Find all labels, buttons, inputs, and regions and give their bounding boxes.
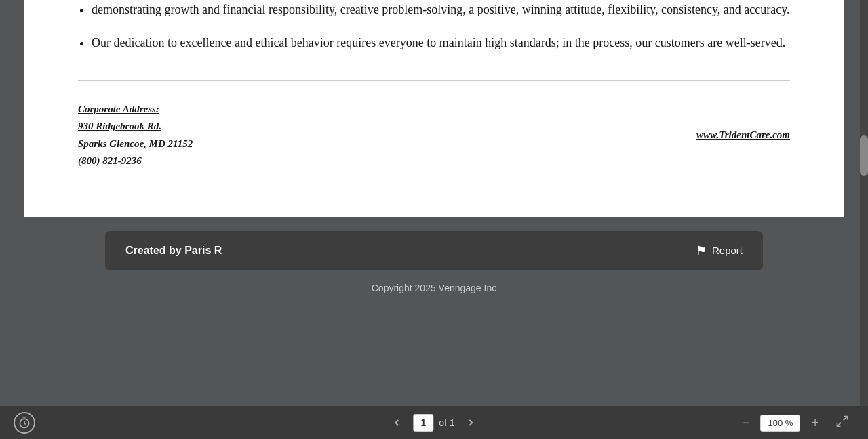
page-of-text: of 1 bbox=[439, 417, 454, 428]
address-label: Corporate Address: bbox=[78, 104, 159, 114]
fullscreen-button[interactable] bbox=[830, 413, 854, 433]
footer-section: Corporate Address: 930 Ridgebrook Rd. Sp… bbox=[78, 101, 790, 190]
toolbar-right: − 100 % + bbox=[736, 413, 854, 433]
svg-line-2 bbox=[844, 416, 848, 420]
bottom-toolbar: 1 of 1 − 100 % + bbox=[0, 406, 868, 439]
scrollbar-thumb[interactable] bbox=[860, 135, 868, 176]
section-divider bbox=[78, 80, 790, 81]
zoom-out-button[interactable]: − bbox=[736, 415, 755, 431]
scrollbar[interactable] bbox=[860, 0, 868, 406]
address-phone: (800) 821-9236 bbox=[78, 155, 142, 166]
bullet-item-2: Our dedication to excellence and ethical… bbox=[92, 33, 790, 53]
bullet-list: demonstrating growth and financial respo… bbox=[78, 0, 790, 53]
zoom-display: 100 % bbox=[760, 415, 800, 432]
bullet-item-1: demonstrating growth and financial respo… bbox=[92, 0, 790, 20]
timer-icon bbox=[14, 412, 35, 434]
prev-page-button[interactable] bbox=[386, 415, 408, 431]
page-number-box[interactable]: 1 bbox=[413, 414, 433, 432]
copyright-text: Copyright 2025 Venngage Inc bbox=[372, 283, 496, 293]
toolbar-left bbox=[14, 412, 35, 434]
website-link[interactable]: www.TridentCare.com bbox=[696, 129, 790, 141]
next-page-button[interactable] bbox=[460, 415, 482, 431]
svg-line-3 bbox=[837, 422, 842, 426]
page-content: demonstrating growth and financial respo… bbox=[24, 0, 844, 217]
attribution-bar: Created by Paris R ⚑ Report bbox=[105, 231, 763, 270]
zoom-in-button[interactable]: + bbox=[806, 415, 825, 431]
address-line1: 930 Ridgebrook Rd. bbox=[78, 121, 161, 131]
toolbar-center: 1 of 1 bbox=[386, 414, 481, 432]
report-label: Report bbox=[712, 245, 743, 256]
address-block: Corporate Address: 930 Ridgebrook Rd. Sp… bbox=[78, 101, 193, 170]
document-area: demonstrating growth and financial respo… bbox=[0, 0, 868, 439]
report-button[interactable]: ⚑ Report bbox=[696, 243, 743, 258]
address-line2: Sparks Glencoe, MD 21152 bbox=[78, 138, 193, 149]
report-icon: ⚑ bbox=[696, 243, 707, 258]
attribution-text: Created by Paris R bbox=[125, 245, 222, 257]
